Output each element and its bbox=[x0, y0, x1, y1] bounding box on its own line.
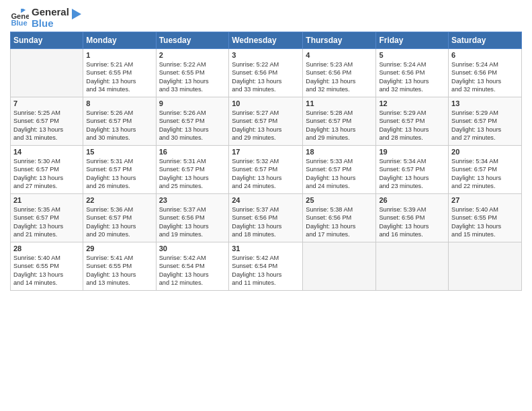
cell-details: Sunrise: 5:35 AM Sunset: 6:57 PM Dayligh… bbox=[13, 205, 80, 239]
svg-marker-3 bbox=[72, 9, 81, 19]
calendar-cell: 4Sunrise: 5:23 AM Sunset: 6:56 PM Daylig… bbox=[303, 49, 376, 97]
cell-details: Sunrise: 5:27 AM Sunset: 6:57 PM Dayligh… bbox=[232, 109, 300, 142]
calendar-cell: 15Sunrise: 5:31 AM Sunset: 6:57 PM Dayli… bbox=[83, 146, 156, 194]
calendar-cell: 9Sunrise: 5:26 AM Sunset: 6:57 PM Daylig… bbox=[156, 97, 229, 146]
week-row-1: 1Sunrise: 5:21 AM Sunset: 6:55 PM Daylig… bbox=[11, 49, 522, 97]
logo-text: General Blue bbox=[32, 7, 69, 29]
day-number: 4 bbox=[306, 51, 373, 59]
cell-details: Sunrise: 5:42 AM Sunset: 6:54 PM Dayligh… bbox=[232, 254, 300, 287]
calendar-cell: 8Sunrise: 5:26 AM Sunset: 6:57 PM Daylig… bbox=[83, 97, 156, 146]
calendar-cell bbox=[376, 242, 449, 291]
calendar-header-row: SundayMondayTuesdayWednesdayThursdayFrid… bbox=[11, 32, 522, 49]
cell-details: Sunrise: 5:26 AM Sunset: 6:57 PM Dayligh… bbox=[86, 109, 152, 142]
day-number: 13 bbox=[451, 99, 519, 107]
calendar-table: SundayMondayTuesdayWednesdayThursdayFrid… bbox=[10, 32, 522, 291]
calendar-cell: 10Sunrise: 5:27 AM Sunset: 6:57 PM Dayli… bbox=[229, 97, 303, 146]
calendar-cell: 3Sunrise: 5:22 AM Sunset: 6:56 PM Daylig… bbox=[229, 49, 303, 97]
day-number: 9 bbox=[159, 99, 226, 107]
day-number: 31 bbox=[232, 244, 300, 253]
calendar-cell bbox=[449, 242, 522, 291]
col-header-sunday: Sunday bbox=[11, 32, 83, 49]
col-header-monday: Monday bbox=[83, 32, 156, 49]
calendar-cell: 13Sunrise: 5:29 AM Sunset: 6:57 PM Dayli… bbox=[449, 97, 522, 146]
day-number: 17 bbox=[232, 148, 300, 156]
calendar-cell: 1Sunrise: 5:21 AM Sunset: 6:55 PM Daylig… bbox=[83, 49, 156, 97]
cell-details: Sunrise: 5:34 AM Sunset: 6:57 PM Dayligh… bbox=[379, 157, 445, 191]
cell-details: Sunrise: 5:41 AM Sunset: 6:55 PM Dayligh… bbox=[86, 254, 152, 287]
col-header-tuesday: Tuesday bbox=[156, 32, 229, 49]
cell-details: Sunrise: 5:29 AM Sunset: 6:57 PM Dayligh… bbox=[451, 109, 519, 142]
logo-blue: Blue bbox=[32, 18, 69, 30]
cell-details: Sunrise: 5:34 AM Sunset: 6:57 PM Dayligh… bbox=[451, 157, 519, 191]
cell-details: Sunrise: 5:25 AM Sunset: 6:57 PM Dayligh… bbox=[13, 109, 80, 142]
calendar-cell: 27Sunrise: 5:40 AM Sunset: 6:55 PM Dayli… bbox=[449, 194, 522, 242]
calendar-cell: 14Sunrise: 5:30 AM Sunset: 6:57 PM Dayli… bbox=[11, 146, 83, 194]
cell-details: Sunrise: 5:38 AM Sunset: 6:56 PM Dayligh… bbox=[306, 205, 373, 239]
calendar-cell: 22Sunrise: 5:36 AM Sunset: 6:57 PM Dayli… bbox=[83, 194, 156, 242]
calendar-cell: 5Sunrise: 5:24 AM Sunset: 6:56 PM Daylig… bbox=[376, 49, 449, 97]
day-number: 30 bbox=[159, 244, 226, 253]
cell-details: Sunrise: 5:21 AM Sunset: 6:55 PM Dayligh… bbox=[86, 60, 152, 94]
day-number: 8 bbox=[86, 99, 152, 107]
week-row-4: 21Sunrise: 5:35 AM Sunset: 6:57 PM Dayli… bbox=[11, 194, 522, 242]
calendar-cell: 21Sunrise: 5:35 AM Sunset: 6:57 PM Dayli… bbox=[11, 194, 83, 242]
cell-details: Sunrise: 5:28 AM Sunset: 6:57 PM Dayligh… bbox=[306, 109, 373, 142]
day-number: 7 bbox=[13, 99, 80, 107]
cell-details: Sunrise: 5:32 AM Sunset: 6:57 PM Dayligh… bbox=[232, 157, 300, 191]
calendar-cell: 31Sunrise: 5:42 AM Sunset: 6:54 PM Dayli… bbox=[229, 242, 303, 291]
logo-flag-icon bbox=[69, 7, 84, 22]
day-number: 14 bbox=[13, 148, 80, 156]
day-number: 6 bbox=[451, 51, 519, 59]
day-number: 18 bbox=[306, 148, 373, 156]
cell-details: Sunrise: 5:22 AM Sunset: 6:55 PM Dayligh… bbox=[159, 60, 226, 94]
cell-details: Sunrise: 5:31 AM Sunset: 6:57 PM Dayligh… bbox=[159, 157, 226, 191]
col-header-friday: Friday bbox=[376, 32, 449, 49]
cell-details: Sunrise: 5:37 AM Sunset: 6:56 PM Dayligh… bbox=[232, 205, 300, 239]
calendar-cell bbox=[11, 49, 83, 97]
cell-details: Sunrise: 5:40 AM Sunset: 6:55 PM Dayligh… bbox=[451, 205, 519, 239]
day-number: 28 bbox=[13, 244, 80, 253]
week-row-3: 14Sunrise: 5:30 AM Sunset: 6:57 PM Dayli… bbox=[11, 146, 522, 194]
calendar-cell: 30Sunrise: 5:42 AM Sunset: 6:54 PM Dayli… bbox=[156, 242, 229, 291]
calendar-cell: 7Sunrise: 5:25 AM Sunset: 6:57 PM Daylig… bbox=[11, 97, 83, 146]
svg-text:Blue: Blue bbox=[11, 19, 27, 27]
calendar-cell: 6Sunrise: 5:24 AM Sunset: 6:56 PM Daylig… bbox=[449, 49, 522, 97]
calendar-cell: 29Sunrise: 5:41 AM Sunset: 6:55 PM Dayli… bbox=[83, 242, 156, 291]
calendar-cell: 20Sunrise: 5:34 AM Sunset: 6:57 PM Dayli… bbox=[449, 146, 522, 194]
day-number: 27 bbox=[451, 196, 519, 204]
calendar-cell: 23Sunrise: 5:37 AM Sunset: 6:56 PM Dayli… bbox=[156, 194, 229, 242]
day-number: 23 bbox=[159, 196, 226, 204]
day-number: 2 bbox=[159, 51, 226, 59]
col-header-thursday: Thursday bbox=[303, 32, 376, 49]
calendar-cell bbox=[303, 242, 376, 291]
calendar-cell: 16Sunrise: 5:31 AM Sunset: 6:57 PM Dayli… bbox=[156, 146, 229, 194]
day-number: 11 bbox=[306, 99, 373, 107]
col-header-wednesday: Wednesday bbox=[229, 32, 303, 49]
week-row-5: 28Sunrise: 5:40 AM Sunset: 6:55 PM Dayli… bbox=[11, 242, 522, 291]
page-container: General Blue General Blue SundayMondayTu… bbox=[0, 0, 532, 298]
calendar-cell: 11Sunrise: 5:28 AM Sunset: 6:57 PM Dayli… bbox=[303, 97, 376, 146]
day-number: 29 bbox=[86, 244, 152, 253]
day-number: 12 bbox=[379, 99, 445, 107]
day-number: 15 bbox=[86, 148, 152, 156]
calendar-cell: 17Sunrise: 5:32 AM Sunset: 6:57 PM Dayli… bbox=[229, 146, 303, 194]
logo: General Blue General Blue bbox=[10, 7, 84, 29]
calendar-cell: 28Sunrise: 5:40 AM Sunset: 6:55 PM Dayli… bbox=[11, 242, 83, 291]
cell-details: Sunrise: 5:33 AM Sunset: 6:57 PM Dayligh… bbox=[306, 157, 373, 191]
calendar-cell: 18Sunrise: 5:33 AM Sunset: 6:57 PM Dayli… bbox=[303, 146, 376, 194]
cell-details: Sunrise: 5:23 AM Sunset: 6:56 PM Dayligh… bbox=[306, 60, 373, 94]
cell-details: Sunrise: 5:24 AM Sunset: 6:56 PM Dayligh… bbox=[379, 60, 445, 94]
day-number: 10 bbox=[232, 99, 300, 107]
cell-details: Sunrise: 5:26 AM Sunset: 6:57 PM Dayligh… bbox=[159, 109, 226, 142]
calendar-cell: 26Sunrise: 5:39 AM Sunset: 6:56 PM Dayli… bbox=[376, 194, 449, 242]
day-number: 19 bbox=[379, 148, 445, 156]
logo-icon: General Blue bbox=[10, 9, 29, 28]
cell-details: Sunrise: 5:31 AM Sunset: 6:57 PM Dayligh… bbox=[86, 157, 152, 191]
day-number: 16 bbox=[159, 148, 226, 156]
day-number: 3 bbox=[232, 51, 300, 59]
day-number: 24 bbox=[232, 196, 300, 204]
cell-details: Sunrise: 5:36 AM Sunset: 6:57 PM Dayligh… bbox=[86, 205, 152, 239]
week-row-2: 7Sunrise: 5:25 AM Sunset: 6:57 PM Daylig… bbox=[11, 97, 522, 146]
day-number: 21 bbox=[13, 196, 80, 204]
calendar-cell: 2Sunrise: 5:22 AM Sunset: 6:55 PM Daylig… bbox=[156, 49, 229, 97]
